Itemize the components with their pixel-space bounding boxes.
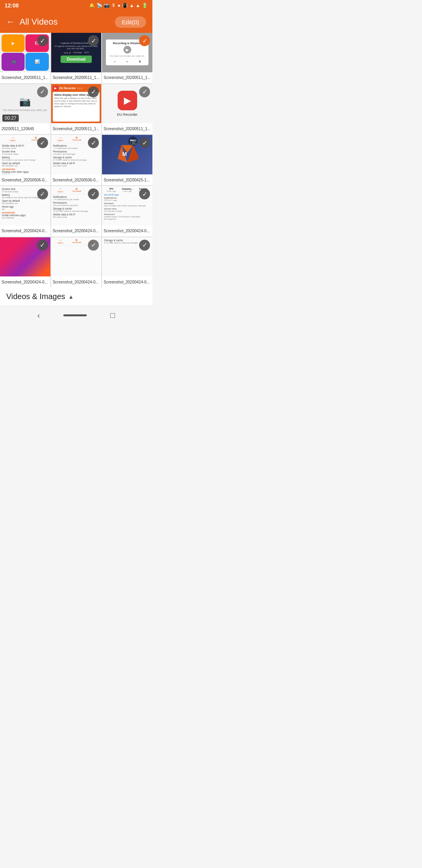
grid-item-15[interactable]: Storage & cache 6.12 MB used in internal… [102, 237, 152, 288]
score-label: 9/10 [84, 51, 89, 54]
check-circle-14[interactable]: ✓ [88, 240, 99, 251]
uninstall-btn-2[interactable]: 🗑Uninstall [72, 136, 81, 142]
check-circle-7[interactable]: ✓ [37, 137, 48, 148]
check-circle-4[interactable]: ✓ [37, 86, 48, 97]
uninstall-btn-4[interactable]: 🗑Uninstall [72, 239, 81, 244]
assistant-setting: AssistantHey Google and other Assistant … [104, 202, 150, 207]
status-time: 12:08 [5, 2, 19, 9]
vote-label: Vote ★ [64, 51, 71, 54]
edit-icon[interactable]: ✏ [126, 60, 128, 63]
runeterra-label: Legends of Runeterra Android [61, 42, 92, 44]
check-circle-12[interactable]: ✓ [139, 188, 150, 199]
du-recorder-label: DU Recorder [117, 113, 138, 117]
perm-row: PermissionsLocation and Storage [53, 150, 100, 155]
nav-home-indicator[interactable] [63, 314, 87, 316]
grid-item-1[interactable]: ▶ 🎞 📹 📊 ✓ Screenshot_20200511_1... [0, 33, 50, 83]
vibrate-icon: 📳 [122, 3, 128, 8]
mk-logo-svg: M [114, 141, 141, 169]
grid-item-3[interactable]: Recording is finished. ▶ You have not re… [102, 33, 152, 83]
open-btn[interactable]: ↗Open [10, 136, 16, 142]
mobile-row-4: Mobile data & Wi-FiNo data used [53, 213, 100, 218]
grid-item-11[interactable]: ↗Open 🗑Uninstall ⊗Stop Notifications~0 n… [51, 186, 102, 237]
nav-bar: ‹ □ [0, 306, 152, 325]
back-button[interactable]: ← [6, 17, 15, 27]
storage-row-4: Storage & cache70.95 MB used in internal… [53, 207, 100, 212]
app-info-battery: BatteryNo battery use since last charge [2, 156, 48, 161]
open-btn-2[interactable]: ↗Open [57, 136, 63, 142]
app-info-open-default: Open by defaultNo defaults set [2, 162, 48, 167]
page-title: All Videos [20, 17, 57, 27]
check-circle-6[interactable]: ✓ [139, 86, 150, 97]
open-def-row: Open by defaultNo defaults set [2, 199, 48, 204]
status-icons: 🔔 📡 📷 🎙 ● 📳 ▲ ▲ 🔋 [89, 3, 148, 8]
check-circle-3[interactable]: ✓ [139, 35, 150, 46]
rating-bar: Vote ★ Average 9/10 [64, 51, 89, 54]
du-recorder-icon: ▶ [118, 91, 137, 110]
filename-3: Screenshot_20200511_1... [102, 72, 152, 83]
status-bar: 12:08 🔔 📡 📷 🎙 ● 📳 ▲ ▲ 🔋 [0, 0, 152, 11]
recording-actions: ↗ ✏ 🗑 [108, 59, 146, 63]
grid-item-5[interactable]: ▶ DU Recorder 1.6.0 Allow display over o… [51, 84, 102, 135]
cast-icon: 📡 [97, 3, 102, 8]
advanced-setting: AdvancedDefault apps, Permission manager… [104, 213, 150, 220]
filename-6: Screenshot_20200511_1... [102, 123, 152, 134]
filename-2: Screenshot_20200511_1... [51, 72, 102, 83]
home-row: Home appNo [2, 205, 48, 210]
filename-11: Screenshot_20200424-0... [51, 226, 102, 237]
open-btn-4[interactable]: ↗Open [57, 239, 63, 244]
svg-text:M: M [122, 151, 127, 157]
du-name: DU Recorder [59, 87, 76, 90]
mic-icon: 🎙 [111, 3, 116, 8]
check-circle-10[interactable]: ✓ [37, 188, 48, 199]
grid-item-2[interactable]: Legends of Runeterra Android In Legends … [51, 33, 102, 83]
app-icon-compress: 📹 [2, 53, 25, 70]
check-circle-15[interactable]: ✓ [139, 240, 150, 251]
mobile-row: Mobile data & Wi-FiNo data used [53, 162, 100, 167]
storage-row: Storage & cache9.79 MB used in internal … [53, 156, 100, 161]
du-version: 1.6.0 [77, 87, 82, 90]
recording-sub: You have not recorded any video yet. [108, 55, 146, 57]
filename-12: Screenshot_20200424-0... [102, 226, 152, 237]
app-header: ← All Videos Edit(0) [0, 11, 152, 33]
open-btn-3[interactable]: ↗Open [57, 188, 63, 193]
filename-15: Screenshot_20200424-0... [102, 276, 152, 287]
edit-button[interactable]: Edit(0) [115, 16, 146, 28]
notification-icon: 🔔 [89, 3, 95, 8]
nav-recents-button[interactable]: □ [110, 311, 115, 320]
du-small-icon: ▶ [53, 86, 58, 91]
filename-8: Screenshot_20200506-0... [51, 174, 102, 185]
grid-item-14[interactable]: ↗Open 🗑Uninstall ⊗Stop ✓ Screenshot_2020… [51, 237, 102, 288]
share-icon[interactable]: ↗ [114, 60, 116, 63]
uninstall-btn-3[interactable]: 🗑Uninstall [72, 188, 81, 193]
play-button[interactable]: ▶ [123, 46, 131, 54]
check-circle-1[interactable]: ✓ [37, 35, 48, 46]
expand-icon[interactable]: ▲ [68, 294, 74, 300]
grid-item-4[interactable]: 📷 You have not recorded any video yet. ✓… [0, 84, 50, 135]
filename-9: Screenshot_20200425-1... [102, 174, 152, 185]
bottom-section-title: Videos & Images [6, 292, 65, 301]
battery-icon: 🔋 [142, 3, 148, 8]
empty-video-text: You have not recorded any video yet. [0, 109, 50, 111]
nav-back-button[interactable]: ‹ [38, 311, 40, 320]
grid-item-7[interactable]: ↗Open 🗑Uninstall Mobile data & Wi-FiNo d… [0, 135, 50, 185]
camera-icon: 📷 [104, 3, 110, 8]
cuevana-app: Cuevana...1 min. ago [120, 188, 134, 192]
perm-row-4: PermissionsNo permissions granted [53, 201, 100, 206]
install-unknown-row: Install unknown appsNot allowed [2, 214, 48, 219]
grid-item-8[interactable]: ↗Open 🗑Uninstall ⊗Stop Notifications~1 n… [51, 135, 102, 185]
download-button[interactable]: Download [61, 56, 92, 63]
app-info-display: Display over other appsAllowed [2, 170, 48, 174]
grid-item-13[interactable]: ✓ Screenshot_20200424-0... [0, 237, 50, 288]
dot-icon: ● [118, 3, 120, 8]
filename-10: Screenshot_20200424-0... [0, 226, 50, 237]
delete-icon[interactable]: 🗑 [139, 60, 141, 63]
check-circle-5[interactable]: ✓ [88, 86, 99, 97]
duration-badge: 00:27 [2, 115, 19, 122]
grid-item-9[interactable]: M ✓ 📷 Screenshot_20200425-1... [102, 135, 152, 185]
grid-item-12[interactable]: VTV0 min. ago Cuevana...1 min. ago Fortn… [102, 186, 152, 237]
check-circle-13[interactable]: ✓ [37, 240, 48, 251]
bottom-section: Videos & Images ▲ [0, 287, 152, 306]
grid-item-10[interactable]: Screen time4 minutes today BatteryNo bat… [0, 186, 50, 237]
grid-item-6[interactable]: ▶ DU Recorder ✓ Screenshot_20200511_1... [102, 84, 152, 135]
filename-4: 20200511_120645 [0, 123, 50, 134]
